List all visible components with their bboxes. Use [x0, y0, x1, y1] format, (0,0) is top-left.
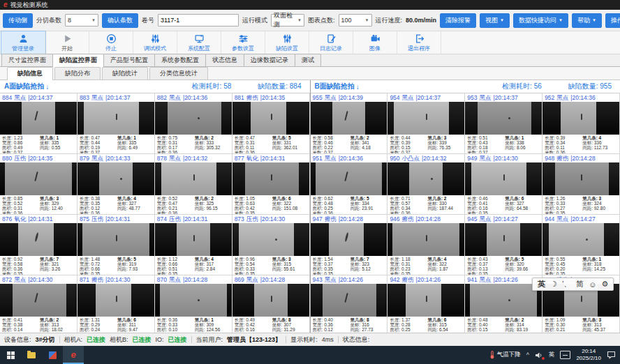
taskbar-clock[interactable]: 20:14 2025/2/10 [576, 348, 601, 361]
chart-points-dropdown[interactable]: 100 ▼ [339, 14, 372, 26]
defect-thumbnail-image[interactable] [232, 162, 309, 195]
defect-cell[interactable]: 876氧化|20:14:31 长度: 0.92 宽度: 0.58 面积: 0.3… [0, 215, 78, 275]
defect-cell[interactable]: 875压伤|20:14:31 长度: 1.48 宽度: 0.72 面积: 0.6… [78, 215, 155, 275]
defect-cell[interactable]: 873压伤|20:14:30 长度: 0.96 宽度: 0.54 面积: 0.3… [232, 215, 310, 275]
defect-thumbnail-image[interactable] [0, 162, 77, 195]
ime-simplified-toggle[interactable]: 简 [576, 279, 584, 289]
defect-cell[interactable]: 879黑点|20:14:33 长度: 0.38 宽度: 0.35 面积: 0.1… [78, 154, 155, 215]
ime-lang-toggle[interactable]: 英 [538, 279, 545, 289]
defect-thumbnail-image[interactable] [0, 102, 77, 135]
defect-thumbnail-image[interactable] [465, 162, 542, 195]
file-explorer-button[interactable] [21, 346, 42, 364]
gear-icon[interactable]: ⚙ [602, 280, 609, 289]
tab-defect-monitor[interactable]: 缺陷监控界面 [52, 54, 104, 67]
ime-punct-toggle[interactable]: ’、 [562, 279, 571, 289]
defect-cell[interactable]: 878黑点|20:14:32 长度: 0.52 宽度: 0.47 面积: 0.2… [155, 154, 232, 215]
defect-cell[interactable]: 883黑点|20:14:37 长度: 0.47 宽度: 0.44 面积: 0.1… [78, 93, 155, 154]
pinned-app-button[interactable] [42, 346, 63, 364]
defect-thumbnail-image[interactable] [388, 102, 464, 135]
data-access-menu-button[interactable]: 数据快捷访问▼ [513, 13, 568, 28]
system-config-button[interactable]: 系统配置 [177, 31, 221, 54]
defect-thumbnail-image[interactable] [155, 284, 232, 317]
defect-thumbnail-image[interactable] [232, 102, 309, 135]
image-button[interactable]: 图像 [353, 31, 397, 54]
tab-size-monitor[interactable]: 尺寸监控界面 [1, 54, 53, 66]
defect-thumbnail-image[interactable] [78, 223, 154, 256]
tab-edge-data-record[interactable]: 边缘数据记录 [244, 54, 295, 66]
defect-thumbnail-image[interactable] [465, 223, 542, 256]
slit-count-dropdown[interactable]: 8 ▼ [65, 14, 98, 26]
defect-cell[interactable]: 945黑点|20:14:27 长度: 0.43 宽度: 0.37 面积: 0.1… [465, 215, 542, 275]
defect-cell[interactable]: 953黑点|20:14:37 长度: 0.51 宽度: 0.43 面积: 0.1… [465, 93, 542, 154]
action-center-icon[interactable] [607, 351, 616, 359]
start-button[interactable]: 开始 [45, 31, 89, 54]
tab-product-model-config[interactable]: 产品型号配置 [103, 54, 155, 66]
debug-mode-button[interactable]: 调试模式 [133, 31, 177, 54]
defect-thumbnail-image[interactable] [155, 102, 232, 135]
defect-cell[interactable]: 870黑点|20:14:28 长度: 0.36 宽度: 0.33 面积: 0.1… [155, 275, 232, 336]
tab-test[interactable]: 测试 [295, 54, 321, 66]
stop-button[interactable]: 停止 [89, 31, 133, 54]
tray-language-indicator[interactable]: 英 [549, 351, 555, 359]
defect-cell[interactable]: 877氧化|20:14:31 长度: 1.05 宽度: 0.63 面积: 0.4… [232, 154, 310, 215]
defect-thumbnail-image[interactable] [0, 223, 77, 256]
subtab-defect-stats[interactable]: 缺陷统计 [102, 67, 148, 79]
defect-cell[interactable]: 943黑点|20:14:26 长度: 0.40 宽度: 0.36 面积: 0.1… [311, 275, 388, 336]
defect-thumbnail-image[interactable] [465, 102, 542, 135]
defect-thumbnail-image[interactable] [155, 162, 232, 195]
subtab-defect-info[interactable]: 缺陷信息 [7, 67, 53, 80]
emoji-icon[interactable]: ☺ [589, 280, 596, 289]
defect-cell[interactable]: 874压伤|20:14:31 长度: 1.12 宽度: 0.66 面积: 0.5… [155, 215, 232, 275]
subtab-class-info-stats[interactable]: 分类信息统计 [149, 67, 208, 79]
defect-cell[interactable]: 871擦伤|20:14:30 长度: 1.31 宽度: 0.29 面积: 0.2… [78, 275, 155, 336]
defect-thumbnail-image[interactable] [542, 162, 619, 195]
defect-cell[interactable]: 948擦伤|20:14:28 长度: 1.26 宽度: 0.33 面积: 0.2… [542, 154, 620, 215]
defect-cell[interactable]: 946擦伤|20:14:28 长度: 1.18 宽度: 0.31 面积: 0.2… [388, 215, 465, 275]
defect-cell[interactable]: 954黑点|20:14:37 长度: 0.44 宽度: 0.39 面积: 0.1… [388, 93, 465, 154]
log-record-button[interactable]: 日志记录 [309, 31, 353, 54]
defect-cell[interactable]: 947擦伤|20:14:28 长度: 1.54 宽度: 0.37 面积: 0.3… [311, 215, 388, 275]
help-menu-button[interactable]: 帮助▼ [572, 13, 602, 28]
defect-thumbnail-image[interactable] [311, 284, 388, 317]
defect-cell[interactable]: 952黑点|20:14:36 长度: 0.39 宽度: 0.34 面积: 0.1… [542, 93, 620, 154]
defect-cell[interactable]: 949黑点|20:14:30 长度: 0.46 宽度: 0.41 面积: 0.1… [465, 154, 542, 215]
defect-thumbnail-image[interactable] [311, 162, 388, 195]
defect-thumbnail-image[interactable] [311, 223, 388, 256]
defect-settings-button[interactable]: 缺陷设置 [265, 31, 309, 54]
defect-thumbnail-image[interactable] [388, 223, 464, 256]
view-menu-button[interactable]: 视图▼ [480, 13, 510, 28]
defect-thumbnail-image[interactable] [232, 284, 309, 317]
defect-cell[interactable]: 881擦伤|20:14:35 长度: 0.47 宽度: 0.31 面积: 0.1… [232, 93, 310, 154]
exit-program-button[interactable]: 退出程序 [397, 31, 441, 54]
defect-thumbnail-image[interactable] [388, 284, 464, 317]
defect-cell[interactable]: 950小凸点|20:14:32 长度: 0.71 宽度: 0.57 面积: 0.… [388, 154, 465, 215]
defect-thumbnail-image[interactable] [542, 102, 619, 135]
defect-thumbnail-image[interactable] [311, 102, 388, 135]
defect-cell[interactable]: 942擦伤|20:14:26 长度: 1.37 宽度: 0.28 面积: 0.2… [388, 275, 465, 336]
defect-thumbnail-image[interactable] [78, 162, 154, 195]
defect-thumbnail-image[interactable] [0, 284, 77, 317]
defect-cell[interactable]: 944黑点|20:14:27 长度: 0.55 宽度: 0.45 面积: 0.2… [542, 215, 620, 275]
defect-thumbnail-image[interactable] [388, 162, 464, 195]
tab-system-param-config[interactable]: 系统参数配置 [154, 54, 206, 66]
panel-b-title[interactable]: B面缺陷抢拍↓ [315, 82, 360, 91]
defect-thumbnail-image[interactable] [232, 223, 309, 256]
moon-icon[interactable]: ☽ [550, 280, 557, 289]
defect-thumbnail-image[interactable] [542, 223, 619, 256]
defect-thumbnail-image[interactable] [155, 223, 232, 256]
roll-number-input[interactable] [158, 14, 239, 26]
defect-thumbnail-image[interactable] [78, 284, 154, 317]
param-settings-button[interactable]: 参数设置 [221, 31, 265, 54]
subtab-defect-distribution[interactable]: 缺陷分布 [54, 67, 101, 79]
operator-side-button[interactable]: 操作侧 [605, 13, 620, 28]
defect-cell[interactable]: 880压伤|20:14:35 长度: 0.85 宽度: 0.52 面积: 0.3… [0, 154, 78, 215]
keyboard-icon[interactable] [560, 351, 570, 359]
volume-button[interactable] [535, 351, 543, 359]
tab-status-info[interactable]: 状态信息 [205, 54, 244, 66]
defect-cell[interactable]: 869黑点|20:14:28 长度: 0.49 宽度: 0.42 面积: 0.1… [232, 275, 310, 336]
defect-thumbnail-image[interactable] [78, 102, 154, 135]
tray-expand-button[interactable]: ^ [526, 351, 529, 358]
drive-side-button[interactable]: 传动侧 [3, 13, 33, 28]
defect-thumbnail-image[interactable] [465, 284, 542, 317]
run-mode-dropdown[interactable]: 双面检测 ▼ [271, 14, 304, 26]
